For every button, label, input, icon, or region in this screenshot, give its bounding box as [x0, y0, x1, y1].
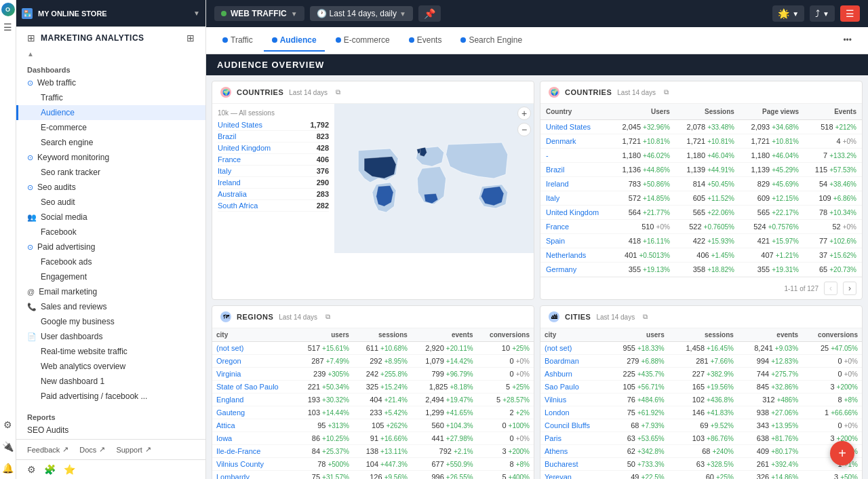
- country-name: Brazil: [218, 132, 317, 140]
- sidebar-item-seo-audits-report[interactable]: SEO Audits: [16, 423, 205, 438]
- sidebar-item-facebook[interactable]: Facebook: [16, 225, 205, 240]
- sidebar-item-paid-facebook[interactable]: Paid advertising / facebook ...: [16, 389, 205, 404]
- sidebar-item-seo-audits[interactable]: ⊙ Seo audits: [16, 180, 205, 195]
- store-nav[interactable]: 🏪 MY ONLINE STORE ▼: [16, 0, 205, 27]
- tab-more[interactable]: •••: [835, 30, 860, 52]
- table-row: United States 2,045 +32.96% 2,078 +33.48…: [540, 120, 862, 134]
- share-button[interactable]: ⤴ ▼: [810, 5, 835, 22]
- countries-map-subtitle: Last 14 days: [289, 89, 328, 96]
- tab-ecommerce[interactable]: E-commerce: [328, 30, 398, 52]
- copy-icon[interactable]: ⧉: [336, 88, 340, 96]
- next-page-btn[interactable]: ›: [843, 282, 856, 295]
- sessions-cell: 325 +15.24%: [353, 381, 412, 394]
- prev-page-btn[interactable]: ‹: [824, 282, 837, 295]
- users-cell: 78 +500%: [295, 458, 353, 471]
- sessions-cell: 63 +328.5%: [669, 458, 738, 471]
- sessions-cell: 358 +18.82%: [675, 263, 740, 277]
- sidebar-item-traffic[interactable]: Traffic: [16, 90, 205, 105]
- tab-events[interactable]: Events: [401, 30, 450, 52]
- social-icon: 👥: [27, 213, 37, 222]
- tab-audience[interactable]: Audience: [264, 30, 325, 52]
- copy-table-icon[interactable]: ⧉: [664, 88, 669, 96]
- city-cell: Athens: [540, 445, 607, 458]
- sidebar-item-label: Paid advertising: [37, 242, 95, 252]
- pin-button[interactable]: 📌: [418, 5, 441, 22]
- pageviews-cell: 524 +0.7576%: [740, 220, 804, 234]
- apps-grid-icon[interactable]: ⊞: [186, 33, 195, 43]
- sidebar-item-paid-advertising[interactable]: ⊙ Paid advertising: [16, 240, 205, 254]
- users-cell: 510 +0%: [611, 220, 675, 234]
- dashboard-selector[interactable]: WEB TRAFFIC ▼: [214, 6, 304, 21]
- country-name: Italy: [218, 167, 317, 175]
- sidebar-item-label: Seo audit: [41, 197, 75, 207]
- sidebar-item-label: Web analytics overview: [41, 362, 125, 371]
- users-cell: 86 +10.25%: [295, 432, 353, 445]
- add-button[interactable]: +: [830, 441, 854, 465]
- sidebar-item-engagement[interactable]: Engagement: [16, 269, 205, 284]
- support-link[interactable]: Support ↗: [116, 445, 151, 454]
- events-cell: 845 +32.86%: [738, 381, 802, 394]
- menu-button[interactable]: ☰: [840, 5, 860, 22]
- events-cell: 8,241 +9.03%: [738, 342, 802, 355]
- sidebar-item-google-my-business[interactable]: Google my business: [16, 314, 205, 329]
- conv-cell: 1 +66.66%: [802, 406, 862, 419]
- sidebar-item-new-dashboard[interactable]: New dashboard 1: [16, 374, 205, 389]
- regions-icon: 🗺: [220, 311, 231, 322]
- map-zoom-in[interactable]: +: [517, 107, 531, 120]
- events-cell: 312 +486%: [738, 394, 802, 406]
- docs-link[interactable]: Docs ↗: [79, 445, 105, 454]
- puzzle-icon[interactable]: 🧩: [44, 464, 56, 475]
- sidebar-item-label: Paid advertising / facebook ...: [41, 391, 147, 401]
- country-name: United Kingdom: [218, 144, 317, 152]
- feedback-link[interactable]: Feedback ↗: [27, 445, 68, 454]
- time-chevron-icon: ▼: [399, 10, 406, 18]
- sidebar-toggle-icon[interactable]: ☰: [3, 22, 12, 33]
- conv-cell: 3 +200%: [802, 381, 862, 394]
- bell-icon[interactable]: 🔔: [2, 463, 14, 474]
- country-cell: France: [540, 220, 611, 234]
- sidebar-item-seo-audit[interactable]: Seo audit: [16, 195, 205, 210]
- table-row: - 1,180 +46.02% 1,180 +46.04% 1,180 +46.…: [540, 149, 862, 163]
- sidebar-item-audience[interactable]: Audience: [16, 105, 205, 120]
- sidebar-item-web-analytics[interactable]: Web analytics overview: [16, 359, 205, 374]
- sidebar-item-realtime[interactable]: Real-time website traffic: [16, 344, 205, 359]
- map-content: 10k — All sessions United States 1,792 B…: [212, 104, 534, 253]
- store-name: MY ONLINE STORE: [38, 9, 188, 18]
- sidebar-collapse[interactable]: ▲: [16, 49, 205, 59]
- tab-traffic[interactable]: Traffic: [214, 30, 261, 52]
- country-cell: Brazil: [540, 163, 611, 177]
- sidebar-item-keyword-monitoring[interactable]: ⊙ Keyword monitoring: [16, 150, 205, 165]
- plugin-icon[interactable]: 🔌: [2, 441, 14, 452]
- sidebar-item-facebook-ads[interactable]: Facebook ads: [16, 254, 205, 269]
- table-row: London 75 +61.92% 146 +41.83% 938 +27.06…: [540, 406, 862, 419]
- copy-cities-icon[interactable]: ⧉: [643, 313, 648, 321]
- settings-bottom-icon[interactable]: ⚙: [27, 464, 36, 475]
- settings-icon[interactable]: ⚙: [3, 419, 12, 430]
- col-pageviews: Page views: [740, 104, 804, 120]
- copy-regions-icon[interactable]: ⧉: [326, 313, 330, 321]
- sidebar-item-label: New dashboard 1: [41, 377, 104, 386]
- map-zoom-out[interactable]: −: [517, 123, 531, 136]
- sidebar-item-search-engine[interactable]: Search engine: [16, 135, 205, 150]
- sidebar-item-seo-rank[interactable]: Seo rank tracker: [16, 165, 205, 180]
- countries-map-card: 🌍 COUNTRIES Last 14 days ⧉ 10k — All ses…: [212, 81, 534, 300]
- users-cell: 103 +14.44%: [295, 406, 353, 419]
- table-row: State of Sao Paulo 221 +50.34% 325 +15.2…: [212, 381, 534, 394]
- theme-button[interactable]: 🌟 ▼: [772, 5, 804, 22]
- sidebar-item-user-dashboards[interactable]: 📄 User dashboards: [16, 329, 205, 344]
- city-cell: Bucharest: [540, 458, 607, 471]
- time-filter[interactable]: 🕐 Last 14 days, daily ▼: [310, 6, 413, 21]
- sidebar-item-email-marketing[interactable]: @ Email marketing: [16, 284, 205, 299]
- sidebar-item-ecommerce[interactable]: E-commerce: [16, 120, 205, 135]
- topbar: WEB TRAFFIC ▼ 🕐 Last 14 days, daily ▼ 📌 …: [206, 0, 868, 27]
- sidebar-item-label: Seo rank tracker: [41, 168, 100, 177]
- world-map-svg: [334, 104, 534, 253]
- sidebar-item-label: Seo audits: [37, 183, 76, 192]
- country-value: 823: [317, 132, 329, 140]
- countries-list: 10k — All sessions United States 1,792 B…: [212, 104, 334, 253]
- star-icon[interactable]: ⭐: [64, 464, 75, 475]
- sidebar-item-sales-reviews[interactable]: 📞 Sales and reviews: [16, 299, 205, 314]
- tab-search-engine[interactable]: Search Engine: [452, 30, 530, 52]
- sidebar-item-web-traffic[interactable]: ⊙ Web traffic: [16, 75, 205, 90]
- sidebar-item-social-media[interactable]: 👥 Social media: [16, 210, 205, 225]
